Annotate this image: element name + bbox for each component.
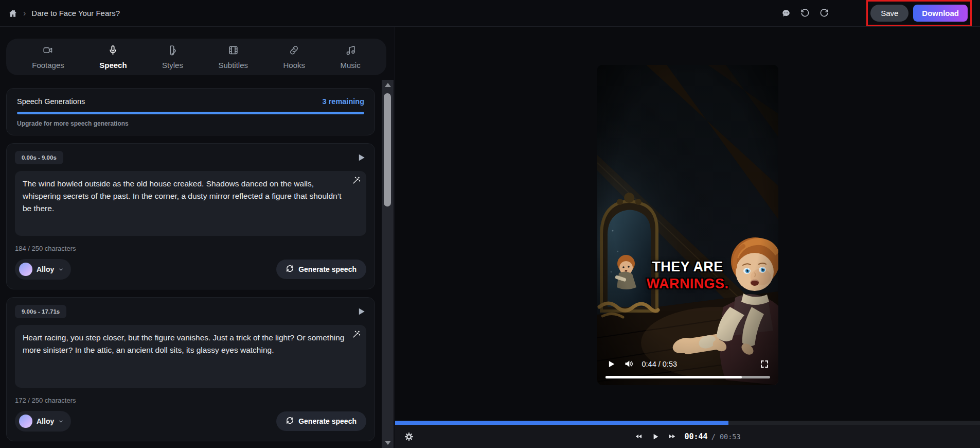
segment-time-badge: 0.00s - 9.00s	[15, 151, 63, 164]
generate-speech-button[interactable]: Generate speech	[276, 260, 366, 279]
undo-icon[interactable]	[799, 8, 811, 19]
tab-styles[interactable]: Styles	[162, 45, 183, 70]
voice-select-dropdown[interactable]: Alloy	[15, 411, 71, 432]
voice-avatar	[19, 415, 32, 428]
save-button[interactable]: Save	[870, 5, 908, 22]
transport-bar: 00:44 / 00:53	[395, 425, 980, 448]
breadcrumb: › Dare to Face Your Fears?	[8, 9, 120, 18]
tab-footages[interactable]: Footages	[32, 45, 64, 70]
chevron-down-icon	[58, 419, 64, 424]
home-icon[interactable]	[8, 9, 17, 18]
film-icon	[228, 45, 239, 57]
tab-music[interactable]: Music	[341, 45, 361, 70]
tab-label: Subtitles	[218, 61, 248, 70]
speech-segment-card: 0.00s - 9.00s The wind howled outside as…	[6, 143, 375, 289]
fast-forward-icon[interactable]	[668, 433, 675, 440]
tab-label: Hooks	[283, 61, 305, 70]
breadcrumb-chevron-icon: ›	[23, 9, 26, 18]
speech-generations-card: Speech Generations 3 remaining Upgrade f…	[6, 88, 375, 135]
tab-subtitles[interactable]: Subtitles	[218, 45, 248, 70]
tab-label: Speech	[99, 61, 127, 70]
voice-name: Alloy	[37, 417, 54, 425]
gear-icon[interactable]	[404, 432, 414, 441]
scroll-up-icon[interactable]	[382, 81, 394, 89]
timeline-seek-bar[interactable]	[395, 421, 980, 425]
link-icon	[289, 45, 299, 57]
total-time: / 00:53	[711, 433, 741, 441]
generate-speech-button[interactable]: Generate speech	[276, 411, 366, 431]
character-count: 172 / 250 characters	[15, 397, 366, 404]
character-count: 184 / 250 characters	[15, 245, 366, 252]
palette-icon	[167, 45, 178, 57]
upgrade-link[interactable]: Upgrade for more speech generations	[17, 120, 364, 127]
magic-wand-icon[interactable]	[352, 176, 361, 185]
generations-progress-track	[17, 112, 364, 114]
media-tabs: Footages Speech Styles Subtitles	[6, 39, 386, 75]
generate-speech-label: Generate speech	[298, 265, 357, 273]
video-frame-art	[597, 65, 778, 385]
caption-line-2: WARNINGS.	[597, 275, 778, 292]
generate-speech-label: Generate speech	[298, 417, 357, 425]
refresh-icon	[286, 417, 294, 426]
segment-time-badge: 9.00s - 17.71s	[15, 305, 66, 318]
tab-label: Footages	[32, 61, 64, 70]
generations-title: Speech Generations	[17, 97, 85, 106]
panel-scrollbar[interactable]	[382, 80, 394, 448]
top-bar: › Dare to Face Your Fears? Save Download	[0, 0, 980, 27]
video-controls: 0:44 / 0:53	[607, 358, 769, 369]
current-time: 00:44	[684, 432, 707, 441]
volume-icon[interactable]	[623, 358, 634, 369]
timeline-progress-fill	[395, 421, 728, 425]
segment-play-icon[interactable]	[356, 306, 366, 317]
microphone-icon	[108, 45, 118, 57]
segment-play-icon[interactable]	[356, 152, 366, 163]
tab-label: Styles	[162, 61, 183, 70]
music-note-icon	[345, 45, 356, 57]
download-button[interactable]: Download	[913, 5, 968, 22]
caption-line-1: THEY ARE	[597, 259, 778, 275]
redo-icon[interactable]	[818, 8, 830, 19]
voice-name: Alloy	[37, 265, 54, 273]
tab-hooks[interactable]: Hooks	[283, 45, 305, 70]
segment-text-input[interactable]: Heart racing, you step closer, but the f…	[15, 325, 366, 388]
voice-select-dropdown[interactable]: Alloy	[15, 259, 71, 280]
video-camera-icon	[43, 45, 54, 57]
video-time-display: 0:44 / 0:53	[642, 360, 678, 368]
play-icon[interactable]	[651, 433, 659, 441]
scrollbar-thumb[interactable]	[384, 93, 391, 206]
generations-remaining[interactable]: 3 remaining	[323, 97, 364, 106]
video-progress-bar[interactable]	[605, 376, 770, 378]
tab-speech[interactable]: Speech	[99, 45, 127, 70]
magic-wand-icon[interactable]	[352, 330, 361, 339]
speech-segment-card: 9.00s - 17.71s Heart racing, you step cl…	[6, 297, 375, 441]
feedback-message-icon[interactable]	[780, 8, 792, 19]
video-progress-fill	[605, 376, 742, 378]
tab-label: Music	[341, 61, 361, 70]
generations-progress-fill	[17, 112, 364, 114]
segment-text-input[interactable]: The wind howled outside as the old house…	[15, 171, 366, 236]
fullscreen-icon[interactable]	[760, 359, 769, 369]
transport-time: 00:44 / 00:53	[684, 432, 740, 441]
video-player[interactable]: THEY ARE WARNINGS. 0:44 / 0:53	[597, 65, 778, 385]
refresh-icon	[286, 265, 294, 274]
video-caption: THEY ARE WARNINGS.	[597, 259, 778, 292]
scroll-down-icon[interactable]	[382, 439, 394, 447]
page-title: Dare to Face Your Fears?	[31, 9, 120, 18]
editor-sidebar: Footages Speech Styles Subtitles	[0, 27, 395, 448]
action-buttons: Save Download	[866, 0, 972, 26]
chevron-down-icon	[58, 267, 64, 272]
rewind-icon[interactable]	[634, 433, 642, 440]
play-icon[interactable]	[607, 359, 616, 369]
voice-avatar	[19, 263, 32, 276]
preview-panel: THEY ARE WARNINGS. 0:44 / 0:53	[395, 27, 980, 448]
